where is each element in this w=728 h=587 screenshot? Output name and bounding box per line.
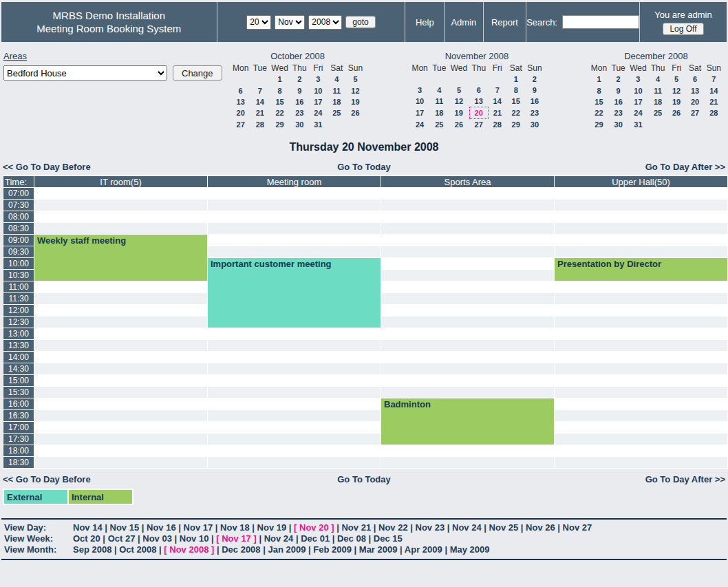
- view-link[interactable]: Dec 15: [374, 533, 403, 544]
- minical-day-link[interactable]: 10: [309, 85, 328, 96]
- empty-slot[interactable]: [208, 363, 381, 374]
- minical-day-link[interactable]: 17: [309, 96, 328, 107]
- minical-day-link[interactable]: 2: [525, 74, 544, 85]
- empty-slot[interactable]: [381, 457, 554, 468]
- view-link[interactable]: Nov 21: [341, 522, 371, 533]
- minical-day-link[interactable]: 27: [231, 119, 250, 130]
- minical-day-link[interactable]: 16: [609, 96, 628, 107]
- minical-day-link[interactable]: 27: [686, 107, 705, 118]
- empty-slot[interactable]: [208, 340, 381, 351]
- empty-slot[interactable]: [208, 211, 381, 222]
- empty-slot[interactable]: [555, 434, 727, 445]
- minical-day-link[interactable]: 2: [609, 74, 628, 85]
- booking-entry[interactable]: Presentation by Director: [555, 258, 727, 281]
- minical-day-link[interactable]: 20: [686, 96, 705, 107]
- empty-slot[interactable]: [381, 270, 554, 281]
- minical-day-link[interactable]: 24: [628, 107, 648, 118]
- empty-slot[interactable]: [381, 258, 554, 269]
- empty-slot[interactable]: [555, 281, 727, 292]
- minical-day-link[interactable]: 6: [469, 85, 488, 96]
- minical-day-link[interactable]: 15: [589, 96, 609, 107]
- empty-slot[interactable]: [381, 223, 554, 234]
- minical-day-link[interactable]: 5: [449, 85, 469, 96]
- minical-day-link[interactable]: 10: [628, 85, 648, 96]
- empty-slot[interactable]: [381, 352, 554, 363]
- minical-day-link[interactable]: 13: [231, 96, 250, 107]
- empty-slot[interactable]: [208, 398, 381, 409]
- empty-slot[interactable]: [208, 422, 381, 433]
- empty-slot[interactable]: [555, 305, 727, 316]
- minical-day-link[interactable]: 12: [449, 96, 469, 107]
- empty-slot[interactable]: [34, 375, 207, 386]
- minical-day-link[interactable]: 29: [506, 119, 525, 131]
- minical-day-link[interactable]: 14: [705, 85, 723, 96]
- empty-slot[interactable]: [34, 387, 207, 398]
- empty-slot[interactable]: [208, 445, 381, 456]
- empty-slot[interactable]: [208, 223, 381, 234]
- minical-day-link[interactable]: 21: [705, 96, 723, 107]
- room-header-link[interactable]: Upper Hall(50): [555, 176, 727, 187]
- empty-slot[interactable]: [555, 340, 727, 351]
- view-link[interactable]: Nov 03: [142, 533, 172, 544]
- empty-slot[interactable]: [555, 457, 727, 468]
- empty-slot[interactable]: [555, 352, 727, 363]
- minical-day-link[interactable]: 25: [430, 119, 449, 131]
- empty-slot[interactable]: [555, 328, 727, 339]
- minical-day-link[interactable]: 26: [449, 119, 469, 131]
- view-link[interactable]: Nov 24: [264, 533, 294, 544]
- empty-slot[interactable]: [34, 211, 207, 222]
- minical-day-link[interactable]: 29: [269, 119, 290, 130]
- empty-slot[interactable]: [208, 246, 381, 257]
- empty-slot[interactable]: [381, 328, 554, 339]
- empty-slot[interactable]: [381, 305, 554, 316]
- booking-entry[interactable]: Important customer meeting: [208, 258, 381, 328]
- go-day-before-link[interactable]: << Go To Day Before: [3, 474, 244, 484]
- minical-day-link[interactable]: 16: [525, 96, 544, 107]
- minical-day-link[interactable]: 18: [328, 96, 346, 107]
- empty-slot[interactable]: [555, 246, 727, 257]
- go-today-link[interactable]: Go To Today: [244, 162, 484, 172]
- empty-slot[interactable]: [34, 457, 207, 468]
- minical-day-link[interactable]: 21: [488, 107, 506, 119]
- empty-slot[interactable]: [381, 317, 554, 328]
- empty-slot[interactable]: [381, 375, 554, 386]
- empty-slot[interactable]: [208, 328, 381, 339]
- goto-button[interactable]: goto: [345, 16, 375, 28]
- view-link[interactable]: Nov 16: [147, 522, 176, 533]
- logoff-button[interactable]: Log Off: [663, 23, 703, 35]
- empty-slot[interactable]: [34, 398, 207, 409]
- room-header-link[interactable]: Sports Area: [381, 176, 554, 187]
- minical-day-link[interactable]: 22: [506, 107, 525, 119]
- minical-day-link[interactable]: 30: [609, 119, 628, 130]
- empty-slot[interactable]: [555, 410, 727, 421]
- minical-day-link[interactable]: 3: [628, 74, 648, 85]
- empty-slot[interactable]: [208, 410, 381, 421]
- view-link[interactable]: Nov 22: [378, 522, 408, 533]
- empty-slot[interactable]: [381, 188, 554, 199]
- empty-slot[interactable]: [34, 340, 207, 351]
- minical-day-link[interactable]: 19: [667, 96, 686, 107]
- minical-day-link[interactable]: 28: [250, 119, 269, 130]
- empty-slot[interactable]: [381, 445, 554, 456]
- minical-day-link[interactable]: 6: [686, 74, 705, 85]
- minical-day-link[interactable]: 27: [469, 119, 488, 131]
- view-link[interactable]: Dec 2008: [222, 544, 260, 555]
- minical-day-link[interactable]: 31: [628, 119, 648, 130]
- booking-entry[interactable]: Badminton: [381, 398, 554, 445]
- view-link[interactable]: Dec 08: [337, 533, 366, 544]
- empty-slot[interactable]: [34, 352, 207, 363]
- minical-day-link[interactable]: 8: [589, 85, 609, 96]
- go-day-after-link[interactable]: Go To Day After >>: [484, 474, 725, 484]
- admin-link[interactable]: Admin: [445, 2, 484, 42]
- view-link[interactable]: Dec 01: [301, 533, 330, 544]
- minical-day-link[interactable]: 9: [609, 85, 628, 96]
- empty-slot[interactable]: [208, 352, 381, 363]
- minical-day-link[interactable]: 1: [506, 74, 525, 85]
- empty-slot[interactable]: [381, 200, 554, 211]
- view-link[interactable]: Nov 10: [180, 533, 209, 544]
- view-link[interactable]: Nov 18: [220, 522, 250, 533]
- empty-slot[interactable]: [555, 200, 727, 211]
- empty-slot[interactable]: [34, 410, 207, 421]
- empty-slot[interactable]: [381, 211, 554, 222]
- view-link[interactable]: Nov 24: [452, 522, 482, 533]
